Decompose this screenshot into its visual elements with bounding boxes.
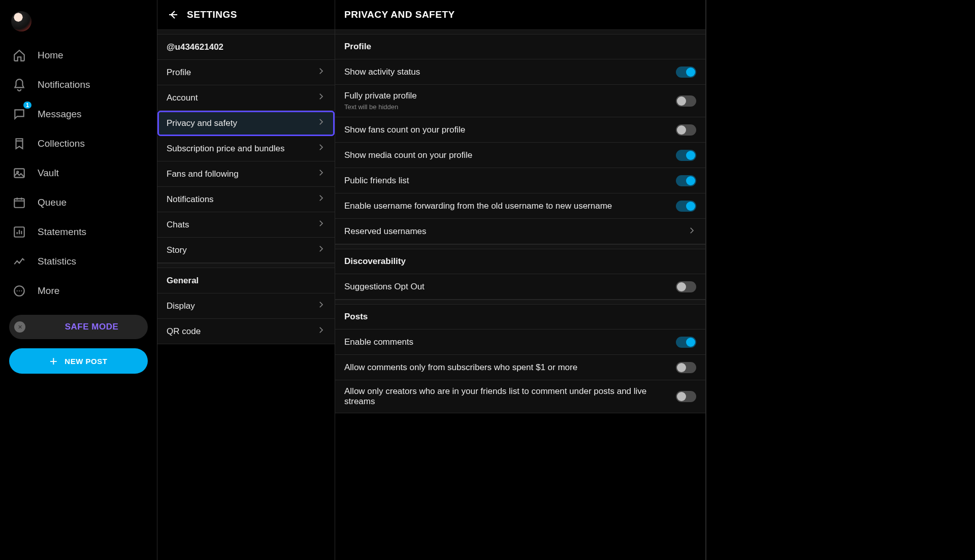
settings-general-header: General [157, 268, 335, 293]
settings-title: SETTINGS [187, 9, 237, 20]
settings-item-subscription-price-and-bundles[interactable]: Subscription price and bundles [157, 136, 335, 161]
option-label: Public friends list [344, 176, 409, 186]
settings-item-fans-and-following[interactable]: Fans and following [157, 161, 335, 187]
option-enable-username-forwarding-from-the-old-: Enable username forwarding from the old … [335, 193, 705, 219]
toggle[interactable] [676, 201, 696, 212]
settings-header: SETTINGS [157, 0, 335, 29]
list-row-label: Account [167, 93, 198, 103]
sidebar-item-label: Statistics [38, 256, 76, 267]
detail-header: PRIVACY AND SAFETY [335, 0, 705, 29]
toggle[interactable] [676, 281, 696, 292]
back-button[interactable] [167, 8, 180, 21]
toggle[interactable] [676, 175, 696, 186]
avatar[interactable] [11, 11, 31, 31]
settings-item-story[interactable]: Story [157, 238, 335, 263]
toggle[interactable] [676, 150, 696, 161]
toggle[interactable] [676, 124, 696, 136]
list-row-label: QR code [167, 326, 201, 337]
option-fully-private-profile: Fully private profileText will be hidden [335, 85, 705, 117]
settings-item-account[interactable]: Account [157, 85, 335, 111]
home-icon [12, 48, 26, 62]
option-label: Enable username forwarding from the old … [344, 201, 612, 211]
bell-icon [12, 78, 26, 92]
settings-item-privacy-and-safety[interactable]: Privacy and safety [157, 111, 335, 136]
sidebar-item-queue[interactable]: Queue [9, 188, 148, 217]
detail-column: PRIVACY AND SAFETY ProfileShow activity … [335, 0, 706, 560]
chevron-right-icon [316, 92, 326, 104]
more-icon [12, 284, 26, 298]
badge: 1 [23, 102, 31, 109]
settings-item-qr-code[interactable]: QR code [157, 319, 335, 344]
list-row-label: Profile [167, 68, 191, 78]
settings-item-display[interactable]: Display [157, 293, 335, 319]
option-label: Reserved usernames [344, 226, 427, 237]
list-row-label: Chats [167, 220, 189, 230]
option-label: Show media count on your profile [344, 150, 472, 160]
toggle[interactable] [676, 67, 696, 78]
svg-point-7 [21, 290, 22, 291]
option-enable-comments: Enable comments [335, 330, 705, 355]
option-label: Show activity status [344, 67, 420, 77]
settings-username: @u434621402 [157, 35, 335, 60]
svg-point-6 [19, 290, 20, 291]
option-reserved-usernames[interactable]: Reserved usernames [335, 219, 705, 244]
new-post-button[interactable]: + NEW POST [9, 348, 148, 374]
section-header: Discoverability [335, 249, 705, 274]
sidebar-item-messages[interactable]: 1Messages [9, 100, 148, 129]
settings-column: SETTINGS @u434621402 ProfileAccountPriva… [157, 0, 335, 560]
chevron-right-icon [316, 325, 326, 337]
toggle[interactable] [676, 362, 696, 373]
sidebar-item-label: Messages [38, 109, 82, 120]
sidebar-item-label: Queue [38, 197, 67, 208]
toggle[interactable] [676, 337, 696, 348]
svg-point-5 [17, 290, 18, 291]
bar-chart-icon [12, 225, 26, 239]
sidebar-item-label: Statements [38, 226, 86, 238]
settings-item-profile[interactable]: Profile [157, 60, 335, 85]
sidebar-item-home[interactable]: Home [9, 41, 148, 70]
sidebar-item-statements[interactable]: Statements [9, 217, 148, 247]
sidebar: HomeNotifications1MessagesCollectionsVau… [0, 0, 157, 560]
settings-item-notifications[interactable]: Notifications [157, 187, 335, 212]
option-label: Fully private profile [344, 91, 417, 101]
list-row-label: Fans and following [167, 169, 239, 179]
plus-icon: + [50, 353, 58, 369]
toggle[interactable] [676, 391, 696, 402]
right-gutter [706, 0, 975, 560]
sidebar-item-vault[interactable]: Vault [9, 158, 148, 188]
sidebar-item-notifications[interactable]: Notifications [9, 70, 148, 100]
divider [157, 29, 335, 35]
list-row-label: Notifications [167, 194, 214, 205]
option-label: Allow only creators who are in your frie… [344, 386, 666, 407]
list-row-label: Display [167, 301, 195, 311]
sidebar-item-collections[interactable]: Collections [9, 129, 148, 158]
sidebar-item-more[interactable]: More [9, 276, 148, 306]
safe-mode-toggle[interactable]: SAFE MODE [9, 315, 148, 339]
sidebar-item-label: Home [38, 50, 63, 61]
option-suggestions-opt-out: Suggestions Opt Out [335, 274, 705, 300]
list-row-label: Subscription price and bundles [167, 144, 284, 154]
option-show-media-count-on-your-profile: Show media count on your profile [335, 143, 705, 168]
toggle[interactable] [676, 95, 696, 107]
option-label: Allow comments only from subscribers who… [344, 363, 577, 373]
sidebar-item-label: More [38, 285, 59, 297]
bookmark-icon [12, 137, 26, 151]
option-public-friends-list: Public friends list [335, 168, 705, 193]
option-show-fans-count-on-your-profile: Show fans count on your profile [335, 117, 705, 143]
divider [157, 263, 335, 268]
sidebar-item-statistics[interactable]: Statistics [9, 247, 148, 276]
option-label: Show fans count on your profile [344, 125, 465, 135]
image-icon [12, 166, 26, 180]
divider [335, 29, 705, 35]
chevron-right-icon [687, 226, 696, 237]
sidebar-item-label: Collections [38, 138, 85, 149]
settings-item-chats[interactable]: Chats [157, 212, 335, 238]
chevron-right-icon [316, 193, 326, 205]
sidebar-item-label: Vault [38, 168, 59, 179]
section-header: Posts [335, 305, 705, 330]
line-chart-icon [12, 254, 26, 269]
option-sublabel: Text will be hidden [344, 103, 417, 111]
option-label: Enable comments [344, 337, 413, 347]
option-show-activity-status: Show activity status [335, 59, 705, 85]
option-allow-comments-only-from-subscribers-who: Allow comments only from subscribers who… [335, 355, 705, 380]
